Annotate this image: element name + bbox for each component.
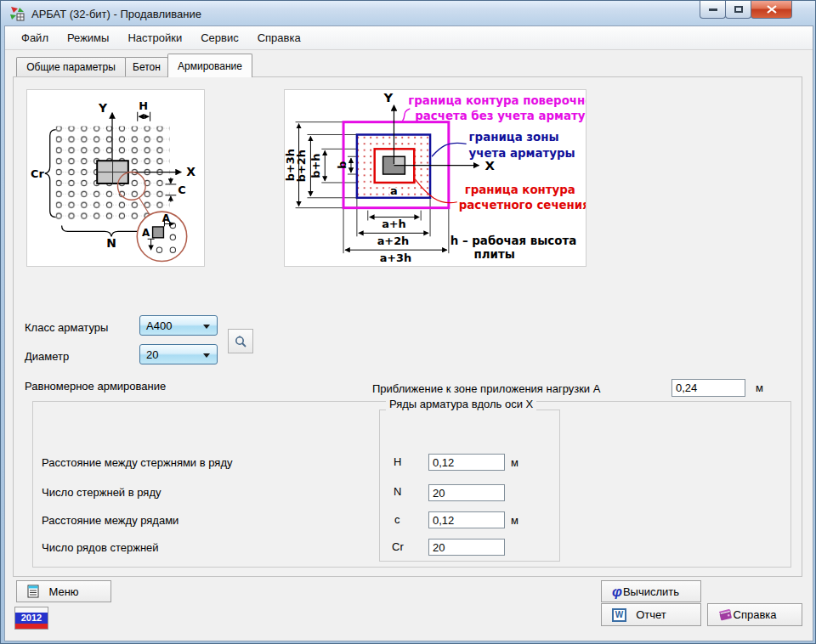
row-input-H[interactable]: [428, 454, 505, 471]
book-icon: [718, 608, 734, 622]
help-button-label: Справка: [734, 608, 777, 621]
menu-settings[interactable]: Настройки: [118, 28, 191, 48]
n-dim-label: N: [106, 236, 116, 250]
rows-groupbox-title: Ряды арматура вдоль оси Х: [386, 398, 536, 410]
diameter-select[interactable]: 20: [139, 344, 218, 364]
column-highlight: [394, 157, 404, 165]
uniform-reinforcement-label: Равномерное армирование: [25, 380, 166, 393]
diameter-label: Диаметр: [25, 350, 69, 363]
menu-service[interactable]: Сервис: [191, 28, 248, 48]
preview-button[interactable]: [228, 329, 253, 353]
approach-label: Приближение к зоне приложения нагрузки А: [372, 382, 600, 395]
window-title: АРБАТ (32-бит) - Продавливание: [31, 8, 201, 20]
approach-input[interactable]: [672, 379, 745, 397]
word-report-icon: W: [612, 608, 626, 622]
row-input-c[interactable]: [428, 511, 505, 528]
row-label-spacing-rows: Расстояние между рядами: [42, 514, 178, 527]
minimize-button[interactable]: [700, 1, 726, 19]
row-label-spacing-in-row: Расстояние между стержнями в ряду: [42, 456, 232, 469]
chevron-down-icon: [203, 353, 210, 358]
menu-modes[interactable]: Режимы: [58, 28, 118, 48]
report-button[interactable]: W Отчет: [601, 603, 701, 626]
menu-list-icon: [27, 585, 39, 598]
report-button-label: Отчет: [636, 608, 666, 621]
dim-a3h: a+3h: [380, 251, 412, 264]
help-button[interactable]: Справка: [707, 603, 802, 626]
calculate-button[interactable]: φ Вычислить: [601, 580, 701, 602]
dim-b2h: b+2h: [295, 150, 308, 182]
legend-zone-line1: граница зоны: [469, 131, 559, 144]
x-axis-label: X: [186, 165, 196, 178]
note-line2: плиты: [474, 248, 515, 261]
x-axis-label: X: [484, 158, 495, 173]
rebar-class-label: Класс арматуры: [25, 321, 108, 334]
dim-a: a: [390, 184, 398, 197]
a-top-label: A: [162, 212, 171, 224]
maximize-button[interactable]: [725, 1, 751, 19]
row-unit-H: м: [511, 456, 518, 469]
y-axis-label: Y: [383, 90, 394, 105]
diameter-value: 20: [146, 348, 158, 361]
row-symbol-N: N: [394, 485, 401, 498]
approach-unit: м: [756, 381, 763, 394]
year-badge-text: 2012: [15, 613, 48, 624]
maximize-icon: [734, 6, 743, 13]
c-dim-label: C: [178, 184, 185, 196]
tab-reinforcement[interactable]: Армирование: [167, 54, 252, 77]
rebar-class-value: A400: [146, 319, 172, 332]
note-line1: h – рабочая высота: [450, 234, 576, 247]
rebar-grid-diagram: Y H X Cr C N A A: [26, 89, 205, 267]
dim-bh: b+h: [309, 154, 322, 178]
h-dimension: [138, 112, 150, 121]
cr-brace: [45, 130, 56, 217]
row-label-rows-count: Число рядов стержней: [42, 541, 159, 554]
row-unit-c: м: [511, 514, 518, 527]
minimize-icon: [709, 8, 717, 11]
menu-file[interactable]: Файл: [12, 28, 58, 48]
row-input-N[interactable]: [428, 484, 505, 501]
calculate-button-label: Вычислить: [623, 585, 679, 598]
row-symbol-H: H: [394, 455, 401, 468]
row-input-Cr[interactable]: [428, 539, 505, 556]
dim-b: b: [336, 161, 348, 169]
app-window: АРБАТ (32-бит) - Продавливание Файл Режи…: [0, 0, 816, 644]
h-dim-label: H: [139, 99, 148, 112]
tab-concrete[interactable]: Бетон: [125, 57, 168, 76]
inset-column: [153, 227, 164, 238]
legend-outer-line1: граница контура поверочного: [408, 94, 586, 107]
rebar-class-select[interactable]: A400: [139, 315, 218, 336]
legend-section-line1: граница контура: [465, 184, 575, 196]
close-icon: [767, 5, 777, 14]
close-button[interactable]: [751, 1, 792, 19]
legend-section-line2: расчетного сечения: [459, 199, 586, 212]
menu-bar: Файл Режимы Настройки Сервис Справка: [5, 26, 813, 50]
menu-button[interactable]: Меню: [16, 580, 111, 602]
tab-general-params[interactable]: Общие параметры: [16, 57, 126, 76]
magenta-leader: [402, 109, 410, 121]
calculate-icon: φ: [612, 585, 622, 599]
cr-dim-label: Cr: [31, 167, 44, 180]
dim-ah: a+h: [382, 217, 406, 230]
menu-button-label: Меню: [48, 585, 78, 598]
row-label-bars-count: Число стержней в ряду: [42, 486, 161, 499]
legend-zone-line2: учета арматуры: [469, 147, 575, 160]
year-badge: 2012: [14, 607, 48, 630]
legend-outer-line2: расчета без учета арматуры: [415, 110, 586, 122]
magnifier-icon: [234, 335, 247, 348]
row-symbol-Cr: Cr: [392, 540, 404, 553]
chevron-down-icon: [203, 325, 210, 329]
punching-contours-diagram: Y X b+3h b+2h b+h b a a+h a+2h a+3h гран…: [284, 89, 586, 267]
app-icon: [9, 6, 25, 21]
row-symbol-c: c: [394, 513, 400, 526]
a-left-label: A: [142, 227, 150, 239]
y-axis-label: Y: [98, 101, 108, 115]
dim-a2h: a+2h: [377, 234, 410, 247]
flag-red-stripe: [15, 624, 48, 629]
menu-help[interactable]: Справка: [248, 28, 310, 48]
